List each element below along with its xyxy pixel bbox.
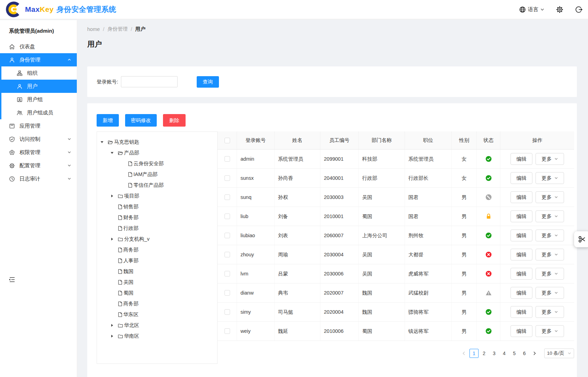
edit-button[interactable]: 编辑 <box>511 249 532 260</box>
tree-node[interactable]: 分支机构_v <box>97 234 217 244</box>
tree-node[interactable]: 销售部 <box>97 201 217 212</box>
row-checkbox[interactable] <box>224 328 230 334</box>
tree-node[interactable]: 行政部 <box>97 223 217 234</box>
edit-button[interactable]: 编辑 <box>511 325 532 337</box>
pagination-page-4[interactable]: 4 <box>500 349 509 358</box>
row-checkbox[interactable] <box>224 175 230 181</box>
tree-node-label: 财务部 <box>123 214 139 221</box>
tree-expand-open-icon[interactable] <box>111 151 118 154</box>
more-dropdown-button[interactable]: 更多 <box>536 210 564 222</box>
pagination-page-5[interactable]: 5 <box>510 349 519 358</box>
more-dropdown-button[interactable]: 更多 <box>536 325 564 337</box>
tree-node[interactable]: 财务部 <box>97 212 217 223</box>
group-members-icon <box>17 110 23 116</box>
more-dropdown-button[interactable]: 更多 <box>536 153 564 165</box>
floating-widget[interactable] <box>574 231 588 247</box>
tree-expand-closed-icon[interactable] <box>111 324 118 327</box>
more-dropdown-button[interactable]: 更多 <box>536 230 564 241</box>
edit-button[interactable]: 编辑 <box>511 153 532 165</box>
sidebar-item-audit[interactable]: 日志审计 <box>0 172 77 185</box>
row-checkbox[interactable] <box>224 214 230 219</box>
more-dropdown-button[interactable]: 更多 <box>536 306 564 318</box>
sidebar-item-user-group[interactable]: 用户组 <box>0 93 77 106</box>
select-all-checkbox[interactable] <box>224 138 230 143</box>
tree-node[interactable]: 零信任产品部 <box>97 180 217 191</box>
row-checkbox[interactable] <box>224 233 230 238</box>
tree-node[interactable]: 人事部 <box>97 255 217 266</box>
sidebar-item-org[interactable]: 组织 <box>0 66 77 80</box>
sidebar-item-permission[interactable]: 权限管理 <box>0 146 77 159</box>
sidebar-item-app[interactable]: 应用管理 <box>0 119 77 133</box>
breadcrumb-identity[interactable]: 身份管理 <box>107 26 128 32</box>
more-dropdown-button[interactable]: 更多 <box>536 287 564 299</box>
chevron-down-icon <box>554 215 558 218</box>
language-selector[interactable]: 语言 <box>519 6 544 13</box>
tree-node[interactable]: 魏国 <box>97 266 217 277</box>
pagination-page-2[interactable]: 2 <box>480 349 489 358</box>
tree-node[interactable]: 马克思钥匙 <box>97 137 217 147</box>
logout-icon[interactable] <box>575 6 582 13</box>
edit-button[interactable]: 编辑 <box>511 230 532 241</box>
edit-button[interactable]: 编辑 <box>511 306 532 318</box>
tree-node[interactable]: 吴国 <box>97 277 217 288</box>
sidebar-item-config[interactable]: 配置管理 <box>0 159 77 172</box>
change-password-button[interactable]: 密码修改 <box>125 114 157 127</box>
search-panel: 登录账号: 查询 <box>87 66 577 97</box>
tree-expand-closed-icon[interactable] <box>111 238 118 241</box>
tree-node[interactable]: 蜀国 <box>97 288 217 298</box>
sidebar-item-user[interactable]: 用户 <box>0 80 77 93</box>
tree-node[interactable]: 商务部 <box>97 298 217 309</box>
edit-button[interactable]: 编辑 <box>511 172 532 184</box>
row-checkbox[interactable] <box>224 290 230 296</box>
tree-node[interactable]: 云身份安全部 <box>97 158 217 169</box>
sidebar-item-identity[interactable]: 身份管理 <box>0 53 77 66</box>
add-button[interactable]: 新增 <box>97 114 119 127</box>
query-button[interactable]: 查询 <box>197 76 219 88</box>
pagination-page-1[interactable]: 1 <box>469 349 479 358</box>
settings-gear-icon[interactable] <box>556 6 563 13</box>
edit-button[interactable]: 编辑 <box>511 191 532 203</box>
more-dropdown-button[interactable]: 更多 <box>536 191 564 203</box>
status-active-icon <box>485 232 492 239</box>
sidebar-item-group-members[interactable]: 用户组成员 <box>0 106 77 119</box>
tree-node[interactable]: IAM产品部 <box>97 169 217 180</box>
more-dropdown-button[interactable]: 更多 <box>536 268 564 280</box>
delete-button[interactable]: 删除 <box>163 114 186 127</box>
tree-expand-closed-icon[interactable] <box>111 335 118 338</box>
row-checkbox[interactable] <box>224 252 230 257</box>
edit-button[interactable]: 编辑 <box>511 287 532 299</box>
sidebar-collapse-icon[interactable] <box>8 276 15 283</box>
page-size-select[interactable]: 10 条/页 <box>544 348 574 358</box>
organization-tree: 马克思钥匙产品部云身份安全部IAM产品部零信任产品部项目部销售部财务部行政部分支… <box>97 131 218 364</box>
more-dropdown-button[interactable]: 更多 <box>536 172 564 184</box>
tree-node[interactable]: 商务部 <box>97 244 217 255</box>
tree-expand-open-icon[interactable] <box>100 141 108 144</box>
file-icon <box>118 204 122 209</box>
row-checkbox[interactable] <box>224 309 230 315</box>
pagination-prev-icon[interactable] <box>459 349 468 358</box>
tree-expand-closed-icon[interactable] <box>111 194 118 198</box>
table-header-row: 登录账号姓名员工编号部门名称职位性别状态操作 <box>218 131 574 150</box>
login-account-input[interactable] <box>121 76 178 87</box>
tree-node[interactable]: 华南区 <box>97 331 217 342</box>
tree-node[interactable]: 华北区 <box>97 320 217 331</box>
row-checkbox[interactable] <box>224 194 230 200</box>
breadcrumb-home[interactable]: home <box>87 26 100 32</box>
row-checkbox[interactable] <box>224 156 230 162</box>
edit-button[interactable]: 编辑 <box>511 268 532 280</box>
cell-account: liubiao <box>237 226 275 245</box>
tree-node[interactable]: 产品部 <box>97 147 217 158</box>
sidebar-item-dashboard[interactable]: 仪表盘 <box>0 40 77 53</box>
pagination-page-6[interactable]: 6 <box>520 349 529 358</box>
pagination-next-icon[interactable] <box>530 349 539 358</box>
edit-button[interactable]: 编辑 <box>511 210 532 222</box>
pagination-page-3[interactable]: 3 <box>490 349 499 358</box>
brand-max: Max <box>25 5 40 13</box>
tree-node[interactable]: 项目部 <box>97 191 217 201</box>
tree-node[interactable]: 华东区 <box>97 309 217 320</box>
cell-name: 刘表 <box>275 226 320 245</box>
row-checkbox[interactable] <box>224 271 230 276</box>
sidebar-item-access[interactable]: 访问控制 <box>0 133 77 146</box>
more-dropdown-button[interactable]: 更多 <box>536 249 564 260</box>
cell-name: 周瑜 <box>275 245 320 264</box>
